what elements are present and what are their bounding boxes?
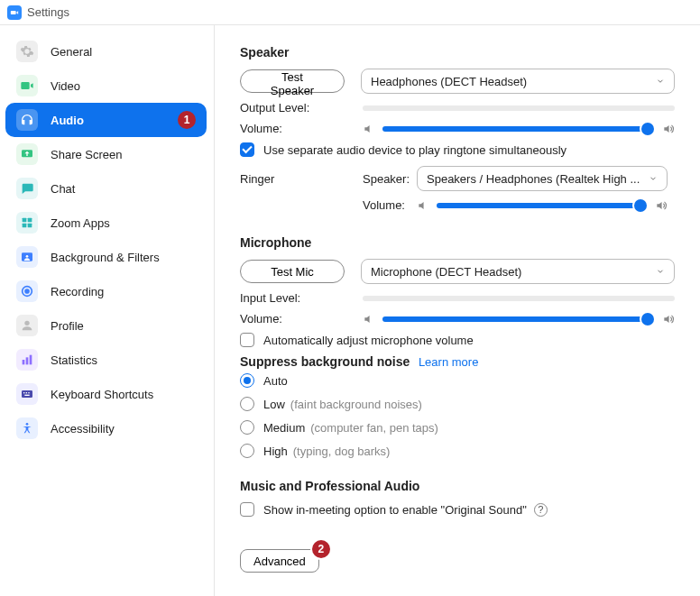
suppress-learn-more-link[interactable]: Learn more [419, 355, 478, 369]
radio-icon [240, 373, 254, 388]
suppress-option-hint: (typing, dog barks) [293, 445, 391, 458]
speaker-device-value: Headphones (DECT Headset) [371, 75, 527, 88]
suppress-option-auto[interactable]: Auto [240, 369, 675, 392]
sidebar-item-keyboard[interactable]: Keyboard Shortcuts [5, 377, 207, 411]
svg-point-6 [26, 255, 29, 258]
ringtone-device-checkbox[interactable] [240, 142, 254, 157]
chat-icon [16, 178, 38, 199]
svg-rect-14 [23, 392, 24, 393]
sidebar-item-label: Share Screen [51, 148, 123, 161]
sidebar-item-label: Recording [51, 285, 104, 298]
sidebar-item-profile[interactable]: Profile [5, 308, 207, 343]
suppress-title: Suppress background noise [240, 354, 410, 369]
suppress-option-high[interactable]: High (typing, dog barks) [240, 439, 675, 463]
sidebar-item-label: Audio [51, 114, 84, 127]
microphone-device-dropdown[interactable]: Microphone (DECT Headset) [361, 259, 675, 284]
app-logo [7, 5, 22, 20]
suppress-option-label: Medium [263, 421, 305, 435]
sidebar-item-recording[interactable]: Recording [5, 274, 207, 308]
headphones-icon [16, 109, 38, 131]
svg-point-18 [26, 423, 29, 426]
sidebar-item-label: General [51, 45, 92, 59]
ringtone-device-label: Use separate audio device to play ringto… [263, 143, 566, 157]
speaker-mute-icon[interactable] [363, 123, 375, 135]
input-level-label: Input Level: [240, 291, 363, 305]
speaker-volume-slider[interactable] [382, 126, 655, 132]
svg-point-9 [24, 321, 29, 326]
sidebar-item-zoom-apps[interactable]: Zoom Apps [5, 206, 207, 240]
suppress-option-label: High [263, 445, 288, 458]
svg-rect-10 [23, 360, 25, 364]
ringer-label: Ringer [240, 172, 363, 186]
ringer-mute-icon[interactable] [417, 199, 429, 212]
share-screen-icon [16, 143, 38, 165]
ringer-volume-icon[interactable] [655, 199, 668, 212]
sidebar-item-label: Background & Filters [51, 251, 160, 264]
suppress-option-hint: (computer fan, pen taps) [310, 421, 438, 435]
svg-point-8 [25, 289, 29, 293]
sidebar-item-background[interactable]: Background & Filters [5, 240, 207, 274]
speaker-volume-label: Volume: [240, 122, 363, 135]
radio-icon [240, 397, 254, 411]
sidebar-item-share-screen[interactable]: Share Screen [5, 137, 207, 171]
suppress-option-hint: (faint background noises) [290, 398, 422, 411]
sidebar-item-audio[interactable]: Audio 1 [5, 103, 207, 137]
mic-volume-slider[interactable] [382, 316, 655, 322]
ringer-speaker-label: Speaker: [363, 172, 417, 186]
content-pane: Speaker Test Speaker Headphones (DECT He… [215, 25, 700, 596]
statistics-icon [16, 349, 38, 371]
radio-icon [240, 420, 254, 435]
auto-adjust-checkbox[interactable] [240, 333, 254, 347]
suppress-option-label: Low [263, 398, 285, 411]
advanced-button[interactable]: Advanced [240, 549, 319, 573]
svg-rect-16 [28, 392, 29, 393]
svg-rect-1 [23, 218, 27, 223]
sidebar: General Video Audio 1 Share Screen Chat … [0, 25, 215, 596]
output-level-meter [363, 105, 675, 111]
suppress-option-low[interactable]: Low (faint background noises) [240, 392, 675, 416]
radio-icon [240, 444, 254, 458]
chevron-down-icon [656, 77, 665, 86]
suppress-option-medium[interactable]: Medium (computer fan, pen taps) [240, 416, 675, 439]
ringer-speaker-dropdown[interactable]: Speakers / Headphones (Realtek High ... [417, 166, 668, 191]
svg-rect-15 [26, 392, 27, 393]
test-speaker-button[interactable]: Test Speaker [240, 69, 345, 93]
sidebar-item-label: Profile [51, 319, 84, 333]
test-mic-button[interactable]: Test Mic [240, 260, 345, 283]
speaker-section-title: Speaker [240, 45, 675, 60]
speaker-volume-icon[interactable] [662, 123, 675, 135]
svg-rect-12 [30, 355, 32, 365]
sidebar-item-video[interactable]: Video [5, 69, 207, 103]
sidebar-item-statistics[interactable]: Statistics [5, 343, 207, 377]
speaker-device-dropdown[interactable]: Headphones (DECT Headset) [361, 69, 675, 94]
output-level-label: Output Level: [240, 101, 363, 115]
original-sound-label: Show in-meeting option to enable "Origin… [263, 503, 527, 517]
gear-icon [16, 41, 38, 62]
svg-rect-3 [23, 224, 27, 228]
sidebar-item-label: Statistics [51, 353, 97, 367]
ringer-volume-slider[interactable] [437, 203, 648, 208]
sidebar-item-accessibility[interactable]: Accessibility [5, 411, 207, 445]
mic-mute-icon[interactable] [363, 313, 375, 326]
mic-volume-icon[interactable] [662, 313, 675, 326]
svg-rect-13 [22, 390, 32, 398]
recording-icon [16, 280, 38, 302]
original-sound-checkbox[interactable] [240, 502, 254, 517]
suppress-option-label: Auto [263, 374, 288, 388]
music-section-title: Music and Professional Audio [240, 479, 675, 493]
titlebar: Settings [0, 0, 700, 25]
help-icon[interactable]: ? [534, 503, 548, 517]
keyboard-icon [16, 383, 38, 405]
sidebar-item-label: Chat [51, 182, 75, 196]
sidebar-item-label: Zoom Apps [51, 216, 110, 230]
microphone-section-title: Microphone [240, 235, 675, 250]
mic-volume-label: Volume: [240, 312, 363, 326]
ringer-volume-label: Volume: [363, 198, 417, 212]
sidebar-item-general[interactable]: General [5, 34, 207, 69]
sidebar-item-label: Video [51, 79, 80, 93]
chevron-down-icon [649, 174, 658, 183]
video-icon [16, 75, 38, 96]
sidebar-item-chat[interactable]: Chat [5, 171, 207, 206]
chevron-down-icon [656, 267, 665, 276]
window-title: Settings [27, 5, 69, 19]
